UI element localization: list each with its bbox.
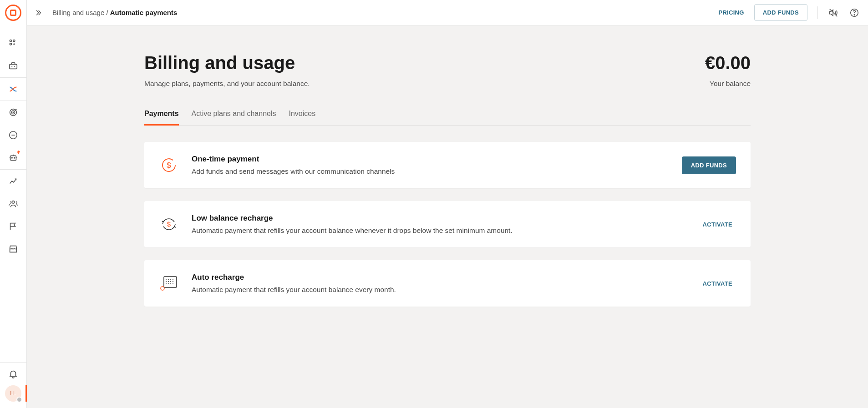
card-low-balance-recharge: $ Low balance recharge Automatic payment… bbox=[144, 201, 751, 247]
calendar-recurring-icon bbox=[159, 273, 179, 293]
svg-point-11 bbox=[12, 201, 15, 204]
card-title: Auto recharge bbox=[192, 273, 686, 282]
card-desc: Automatic payment that refills your acco… bbox=[192, 227, 686, 235]
add-funds-button-top[interactable]: ADD FUNDS bbox=[754, 4, 807, 21]
card-title: Low balance recharge bbox=[192, 214, 686, 223]
svg-point-0 bbox=[10, 40, 11, 41]
logo[interactable] bbox=[5, 5, 21, 21]
svg-rect-17 bbox=[164, 277, 177, 287]
breadcrumb: Billing and usage / Automatic payments bbox=[52, 9, 177, 16]
nav-briefcase-icon[interactable] bbox=[0, 55, 26, 77]
help-icon[interactable] bbox=[849, 7, 860, 18]
page-title: Billing and usage bbox=[144, 53, 310, 73]
svg-point-2 bbox=[10, 43, 11, 45]
tab-active-plans[interactable]: Active plans and channels bbox=[192, 110, 276, 126]
nav-shuffle-icon[interactable] bbox=[0, 78, 26, 101]
svg-point-18 bbox=[161, 287, 164, 290]
dollar-circle-icon: $ bbox=[159, 155, 179, 175]
card-auto-recharge: Auto recharge Automatic payment that ref… bbox=[144, 260, 751, 307]
nav-flag-icon[interactable] bbox=[0, 215, 26, 238]
svg-rect-3 bbox=[10, 64, 17, 69]
nav-people-icon[interactable] bbox=[0, 192, 26, 215]
card-desc: Add funds and send messages with our com… bbox=[192, 167, 669, 176]
topbar: Billing and usage / Automatic payments P… bbox=[27, 0, 868, 25]
nav-bell-icon[interactable] bbox=[0, 363, 26, 385]
nav-analytics-icon[interactable] bbox=[0, 170, 26, 192]
add-funds-button[interactable]: ADD FUNDS bbox=[682, 156, 736, 174]
activate-button[interactable]: ACTIVATE bbox=[699, 216, 736, 233]
svg-rect-8 bbox=[10, 156, 16, 160]
nav-apps-icon[interactable] bbox=[0, 32, 26, 55]
mute-icon[interactable] bbox=[828, 7, 839, 18]
svg-line-12 bbox=[830, 9, 838, 16]
nav-store-icon[interactable] bbox=[0, 238, 26, 261]
tab-invoices[interactable]: Invoices bbox=[289, 110, 316, 126]
activate-button[interactable]: ACTIVATE bbox=[699, 275, 736, 292]
tab-payments[interactable]: Payments bbox=[144, 110, 179, 126]
svg-point-10 bbox=[14, 157, 15, 158]
breadcrumb-current: Automatic payments bbox=[110, 9, 178, 16]
user-avatar[interactable]: LL bbox=[5, 385, 21, 402]
svg-point-9 bbox=[11, 157, 12, 158]
svg-point-6 bbox=[13, 112, 13, 112]
card-title: One-time payment bbox=[192, 155, 669, 164]
svg-text:$: $ bbox=[167, 161, 171, 170]
card-one-time-payment: $ One-time payment Add funds and send me… bbox=[144, 142, 751, 188]
user-initials: LL bbox=[10, 390, 16, 397]
balance-label: Your balance bbox=[705, 80, 751, 88]
recharge-cycle-icon: $ bbox=[159, 214, 179, 234]
nav-bot-icon[interactable] bbox=[0, 146, 26, 169]
svg-point-14 bbox=[854, 14, 854, 15]
expand-sidebar-icon[interactable] bbox=[31, 6, 45, 20]
nav-chat-icon[interactable] bbox=[0, 124, 26, 146]
tabs: Payments Active plans and channels Invoi… bbox=[144, 110, 751, 126]
card-desc: Automatic payment that refills your acco… bbox=[192, 286, 686, 294]
svg-text:$: $ bbox=[167, 220, 171, 228]
balance-amount: €0.00 bbox=[705, 53, 751, 73]
svg-point-1 bbox=[13, 40, 15, 41]
sidebar: LL bbox=[0, 0, 27, 408]
page-subtitle: Manage plans, payments, and your account… bbox=[144, 80, 310, 88]
nav-target-icon[interactable] bbox=[0, 101, 26, 124]
breadcrumb-parent[interactable]: Billing and usage bbox=[52, 9, 104, 16]
pricing-link[interactable]: PRICING bbox=[718, 9, 744, 16]
